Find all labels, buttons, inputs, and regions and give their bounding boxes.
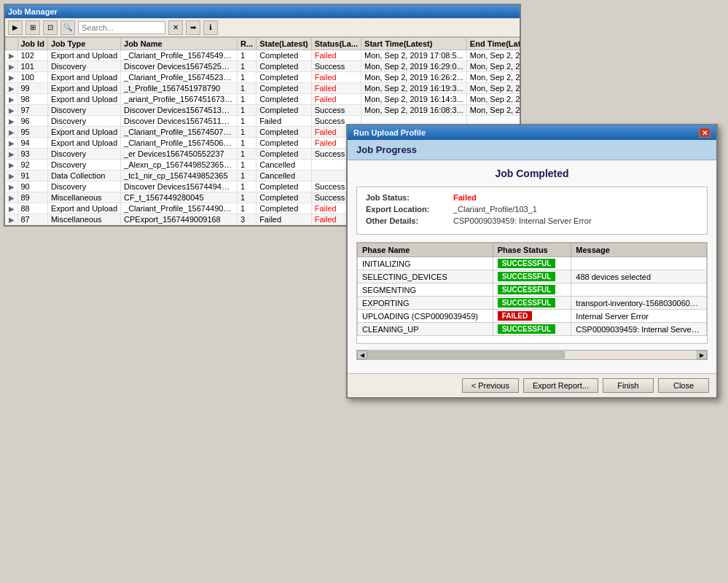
col-state[interactable]: State(Latest) <box>257 38 312 50</box>
row-end-time: Mon, Sep 2, 2019 16:1... <box>466 105 520 116</box>
row-expand-icon[interactable]: ▶ <box>6 171 18 181</box>
row-end-time: Mon, Sep 2, 2019 16:1... <box>466 94 520 105</box>
row-expand-icon[interactable]: ▶ <box>6 127 18 138</box>
row-job-type: Discovery <box>47 149 120 160</box>
row-job-name: _ariant_Profile_1567451673692 <box>121 94 238 105</box>
table-row[interactable]: ▶ 97 Discovery Discover Devices156745131… <box>6 105 520 116</box>
row-job-id: 102 <box>17 50 47 61</box>
finish-button[interactable]: Finish <box>603 378 654 393</box>
row-r: 1 <box>238 105 257 116</box>
row-expand-icon[interactable]: ▶ <box>6 203 18 214</box>
col-start-time[interactable]: Start Time(Latest) <box>361 38 467 50</box>
table-row[interactable]: ▶ 101 Discovery Discover Devices15674525… <box>6 61 520 72</box>
search-input[interactable] <box>78 21 165 34</box>
row-expand-icon[interactable]: ▶ <box>6 61 18 72</box>
phase-name: UPLOADING (CSP0009039459) <box>358 310 493 323</box>
table-row[interactable]: ▶ 102 Export and Upload _Clariant_Profil… <box>6 50 520 61</box>
phase-status-badge: SUCCESSFUL <box>498 272 556 281</box>
phase-status-badge: SUCCESSFUL <box>498 324 556 334</box>
row-expand-icon[interactable]: ▶ <box>6 72 18 83</box>
row-expand-icon[interactable]: ▶ <box>6 214 18 225</box>
dialog-title: Run Upload Profile <box>353 128 426 137</box>
row-job-id: 96 <box>17 116 47 127</box>
phase-message: transport-inventory-1568030060236.zip <box>571 297 707 310</box>
row-expand-icon[interactable]: ▶ <box>6 83 18 94</box>
row-job-name: _tc1_nir_cp_1567449852365 <box>121 171 238 181</box>
row-end-time: Mon, Sep 2, 2019 16:2... <box>466 83 520 94</box>
col-job-name[interactable]: Job Name <box>121 38 238 50</box>
dialog-footer: < Previous Export Report... Finish Close <box>348 373 716 397</box>
toolbar-btn-info[interactable]: ℹ <box>203 20 218 35</box>
row-expand-icon[interactable]: ▶ <box>6 160 18 171</box>
main-title: Job Manager <box>8 7 58 16</box>
row-state: Completed <box>257 181 312 192</box>
phase-status: SUCCESSFUL <box>493 297 571 310</box>
row-r: 1 <box>238 181 257 192</box>
row-state: Completed <box>257 138 312 149</box>
row-job-type: Discovery <box>47 105 120 116</box>
row-job-name: Discover Devices1567451153601 <box>121 116 238 127</box>
toolbar-btn-clear[interactable]: ✕ <box>168 20 183 35</box>
scroll-right-button[interactable]: ▶ <box>697 351 707 359</box>
table-row[interactable]: ▶ 98 Export and Upload _ariant_Profile_1… <box>6 94 520 105</box>
phase-name: EXPORTING <box>358 297 493 310</box>
col-job-id[interactable]: Job Id <box>17 38 47 50</box>
phase-status: SUCCESSFUL <box>493 323 571 336</box>
horizontal-scrollbar[interactable]: ◀ ▶ <box>356 350 708 360</box>
export-report-button[interactable]: Export Report... <box>523 378 598 393</box>
toolbar-btn-search[interactable]: 🔍 <box>60 20 75 35</box>
row-expand-icon[interactable]: ▶ <box>6 181 18 192</box>
row-r: 1 <box>238 50 257 61</box>
row-expand-icon[interactable]: ▶ <box>6 105 18 116</box>
previous-button[interactable]: < Previous <box>462 378 519 393</box>
toolbar-btn-1[interactable]: ▶ <box>8 20 23 35</box>
phase-name: CLEANING_UP <box>358 323 493 336</box>
row-job-name: _er Devices1567450552237 <box>121 149 238 160</box>
table-row[interactable]: ▶ 99 Export and Upload _t_Profile_156745… <box>6 83 520 94</box>
row-start-time: Mon, Sep 2, 2019 17:08:5... <box>361 50 467 61</box>
row-end-time: Mon, Sep 2, 2019 17:0... <box>466 50 520 61</box>
table-row[interactable]: ▶ 100 Export and Upload _Clariant_Profil… <box>6 72 520 83</box>
phases-table: Phase Name Phase Status Message INITIALI… <box>357 243 707 336</box>
export-location-row: Export Location: _Clariant_Profile/103_1 <box>366 205 698 214</box>
row-job-name: CF_t_1567449280045 <box>121 192 238 203</box>
row-start-time: Mon, Sep 2, 2019 16:19:3... <box>361 83 467 94</box>
row-start-time: Mon, Sep 2, 2019 16:26:2... <box>361 72 467 83</box>
other-details-row: Other Details: CSP0009039459: Internal S… <box>366 216 698 225</box>
phase-name: INITIALIZING <box>358 257 493 270</box>
row-expand-icon[interactable]: ▶ <box>6 94 18 105</box>
row-state: Completed <box>257 127 312 138</box>
row-status: Success <box>311 105 361 116</box>
row-expand-icon[interactable]: ▶ <box>6 116 18 127</box>
col-status[interactable]: Status(La... <box>311 38 361 50</box>
dialog-close-button[interactable]: ✕ <box>699 128 711 138</box>
job-status-label: Job Status: <box>366 193 453 202</box>
close-button[interactable]: Close <box>658 378 709 393</box>
row-state: Completed <box>257 94 312 105</box>
row-job-id: 89 <box>17 192 47 203</box>
col-r[interactable]: R... <box>238 38 257 50</box>
dialog-header-label: Job Progress <box>356 144 417 155</box>
toolbar-btn-arrow[interactable]: ➡ <box>186 20 200 35</box>
row-end-time: Mon, Sep 2, 2019 16:2... <box>466 61 520 72</box>
row-start-time: Mon, Sep 2, 2019 16:29:0... <box>361 61 467 72</box>
phases-scroll-area[interactable]: Phase Name Phase Status Message INITIALI… <box>356 242 708 344</box>
toolbar-btn-3[interactable]: ⊡ <box>43 20 58 35</box>
other-details-value: CSP0009039459: Internal Server Error <box>453 216 592 225</box>
col-job-type[interactable]: Job Type <box>47 38 120 50</box>
scroll-thumb[interactable] <box>367 351 565 359</box>
toolbar-btn-2[interactable]: ⊞ <box>26 20 40 35</box>
row-expand-icon[interactable]: ▶ <box>6 50 18 61</box>
row-job-type: Export and Upload <box>47 72 120 83</box>
row-expand-icon[interactable]: ▶ <box>6 192 18 203</box>
scroll-left-button[interactable]: ◀ <box>357 351 367 359</box>
row-expand-icon[interactable]: ▶ <box>6 149 18 160</box>
col-end-time[interactable]: End Time(Latest) <box>466 38 520 50</box>
row-state: Cancelled <box>257 160 312 171</box>
scroll-track <box>367 351 697 359</box>
main-toolbar: ▶ ⊞ ⊡ 🔍 ✕ ➡ ℹ <box>5 18 520 37</box>
row-job-type: Discovery <box>47 160 120 171</box>
row-expand-icon[interactable]: ▶ <box>6 138 18 149</box>
row-r: 1 <box>238 127 257 138</box>
phase-status-badge: SUCCESSFUL <box>498 285 556 294</box>
